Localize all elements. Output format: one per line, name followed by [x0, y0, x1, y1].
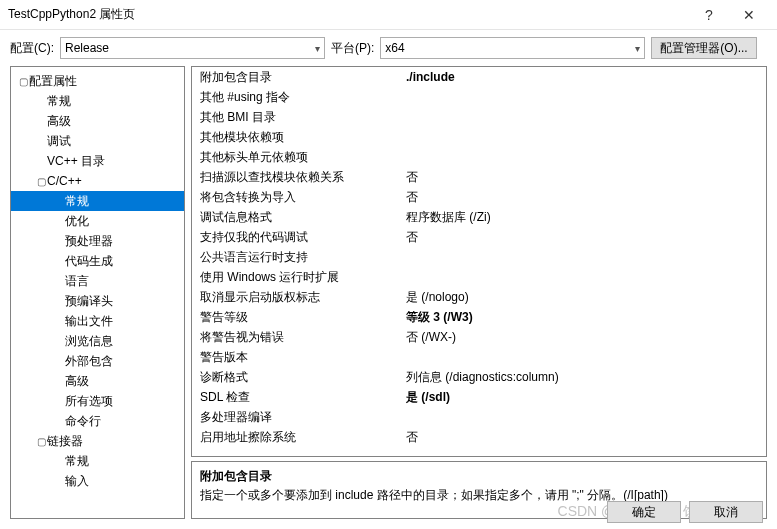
- help-button[interactable]: ?: [689, 7, 729, 23]
- cancel-button[interactable]: 取消: [689, 501, 763, 523]
- grid-row[interactable]: 支持仅我的代码调试否: [192, 227, 766, 247]
- tree-item-label: 调试: [47, 133, 71, 150]
- grid-row[interactable]: 其他模块依赖项: [192, 127, 766, 147]
- grid-value: 否: [402, 229, 766, 246]
- grid-value: ./include: [402, 70, 766, 84]
- tree-item-label: 高级: [47, 113, 71, 130]
- tree-item-label: 命令行: [65, 413, 101, 430]
- tree-item[interactable]: 预处理器: [11, 231, 184, 251]
- tree-item[interactable]: 命令行: [11, 411, 184, 431]
- grid-row[interactable]: SDL 检查是 (/sdl): [192, 387, 766, 407]
- grid-label: 使用 Windows 运行时扩展: [192, 269, 402, 286]
- tree-item[interactable]: ▢链接器: [11, 431, 184, 451]
- tree-item-label: 优化: [65, 213, 89, 230]
- grid-row[interactable]: 附加包含目录./include: [192, 67, 766, 87]
- grid-row[interactable]: 其他 BMI 目录: [192, 107, 766, 127]
- grid-row[interactable]: 取消显示启动版权标志是 (/nologo): [192, 287, 766, 307]
- grid-row[interactable]: 扫描源以查找模块依赖关系否: [192, 167, 766, 187]
- tree-item-label: 高级: [65, 373, 89, 390]
- tree-item-label: 外部包含: [65, 353, 113, 370]
- grid-row[interactable]: 启用地址擦除系统否: [192, 427, 766, 447]
- chevron-down-icon: ▾: [315, 43, 320, 54]
- grid-label: 诊断格式: [192, 369, 402, 386]
- tree-item[interactable]: 调试: [11, 131, 184, 151]
- grid-label: 警告等级: [192, 309, 402, 326]
- tree-item[interactable]: 输出文件: [11, 311, 184, 331]
- grid-row[interactable]: 警告等级等级 3 (/W3): [192, 307, 766, 327]
- tree-item[interactable]: ▢C/C++: [11, 171, 184, 191]
- grid-label: 扫描源以查找模块依赖关系: [192, 169, 402, 186]
- tree-item[interactable]: 高级: [11, 111, 184, 131]
- grid-label: SDL 检查: [192, 389, 402, 406]
- grid-value: 否: [402, 429, 766, 446]
- grid-row[interactable]: 公共语言运行时支持: [192, 247, 766, 267]
- grid-value: 否: [402, 169, 766, 186]
- expander-icon[interactable]: ▢: [35, 436, 47, 447]
- tree-item-label: 常规: [65, 453, 89, 470]
- tree-item[interactable]: ▢配置属性: [11, 71, 184, 91]
- tree-item-label: 浏览信息: [65, 333, 113, 350]
- grid-value: 等级 3 (/W3): [402, 309, 766, 326]
- grid-row[interactable]: 其他 #using 指令: [192, 87, 766, 107]
- tree-item[interactable]: 外部包含: [11, 351, 184, 371]
- platform-combo[interactable]: x64 ▾: [380, 37, 645, 59]
- description-title: 附加包含目录: [200, 468, 758, 485]
- grid-row[interactable]: 诊断格式列信息 (/diagnostics:column): [192, 367, 766, 387]
- expander-icon[interactable]: ▢: [17, 76, 29, 87]
- config-label: 配置(C):: [10, 40, 54, 57]
- tree-item-label: 所有选项: [65, 393, 113, 410]
- tree-item[interactable]: 代码生成: [11, 251, 184, 271]
- tree-item-label: 输出文件: [65, 313, 113, 330]
- grid-label: 取消显示启动版权标志: [192, 289, 402, 306]
- grid-row[interactable]: 将警告视为错误否 (/WX-): [192, 327, 766, 347]
- tree-item[interactable]: 常规: [11, 91, 184, 111]
- tree-item[interactable]: 常规: [11, 451, 184, 471]
- grid-row[interactable]: 调试信息格式程序数据库 (/Zi): [192, 207, 766, 227]
- tree-pane[interactable]: ▢配置属性常规高级调试VC++ 目录▢C/C++常规优化预处理器代码生成语言预编…: [10, 66, 185, 519]
- tree-item[interactable]: 输入: [11, 471, 184, 491]
- tree-item-label: 预编译头: [65, 293, 113, 310]
- tree-item-label: 常规: [65, 193, 89, 210]
- tree-item-label: 语言: [65, 273, 89, 290]
- grid-label: 公共语言运行时支持: [192, 249, 402, 266]
- property-grid[interactable]: 附加包含目录./include其他 #using 指令其他 BMI 目录其他模块…: [191, 66, 767, 457]
- tree-item[interactable]: 语言: [11, 271, 184, 291]
- tree-item-label: 配置属性: [29, 73, 77, 90]
- grid-label: 将包含转换为导入: [192, 189, 402, 206]
- config-combo[interactable]: Release ▾: [60, 37, 325, 59]
- grid-label: 附加包含目录: [192, 69, 402, 86]
- tree-item-label: 输入: [65, 473, 89, 490]
- grid-row[interactable]: 多处理器编译: [192, 407, 766, 427]
- titlebar: TestCppPython2 属性页 ? ✕: [0, 0, 777, 30]
- tree-item-label: 代码生成: [65, 253, 113, 270]
- grid-row[interactable]: 将包含转换为导入否: [192, 187, 766, 207]
- tree-item[interactable]: 优化: [11, 211, 184, 231]
- expander-icon[interactable]: ▢: [35, 176, 47, 187]
- tree-item[interactable]: VC++ 目录: [11, 151, 184, 171]
- grid-value: 否 (/WX-): [402, 329, 766, 346]
- grid-row[interactable]: 警告版本: [192, 347, 766, 367]
- tree-item[interactable]: 高级: [11, 371, 184, 391]
- grid-row[interactable]: 使用 Windows 运行时扩展: [192, 267, 766, 287]
- tree-item[interactable]: 预编译头: [11, 291, 184, 311]
- grid-label: 警告版本: [192, 349, 402, 366]
- ok-button[interactable]: 确定: [607, 501, 681, 523]
- chevron-down-icon: ▾: [635, 43, 640, 54]
- close-button[interactable]: ✕: [729, 7, 769, 23]
- tree-item[interactable]: 常规: [11, 191, 184, 211]
- grid-value: 是 (/sdl): [402, 389, 766, 406]
- toolbar: 配置(C): Release ▾ 平台(P): x64 ▾ 配置管理器(O)..…: [0, 30, 777, 66]
- grid-label: 其他模块依赖项: [192, 129, 402, 146]
- grid-label: 其他 BMI 目录: [192, 109, 402, 126]
- grid-label: 其他标头单元依赖项: [192, 149, 402, 166]
- tree-item[interactable]: 浏览信息: [11, 331, 184, 351]
- footer: 确定 取消: [607, 501, 763, 523]
- grid-value: 是 (/nologo): [402, 289, 766, 306]
- window-title: TestCppPython2 属性页: [8, 6, 689, 23]
- grid-label: 其他 #using 指令: [192, 89, 402, 106]
- tree-item[interactable]: 所有选项: [11, 391, 184, 411]
- grid-label: 支持仅我的代码调试: [192, 229, 402, 246]
- platform-label: 平台(P):: [331, 40, 374, 57]
- grid-row[interactable]: 其他标头单元依赖项: [192, 147, 766, 167]
- config-manager-button[interactable]: 配置管理器(O)...: [651, 37, 756, 59]
